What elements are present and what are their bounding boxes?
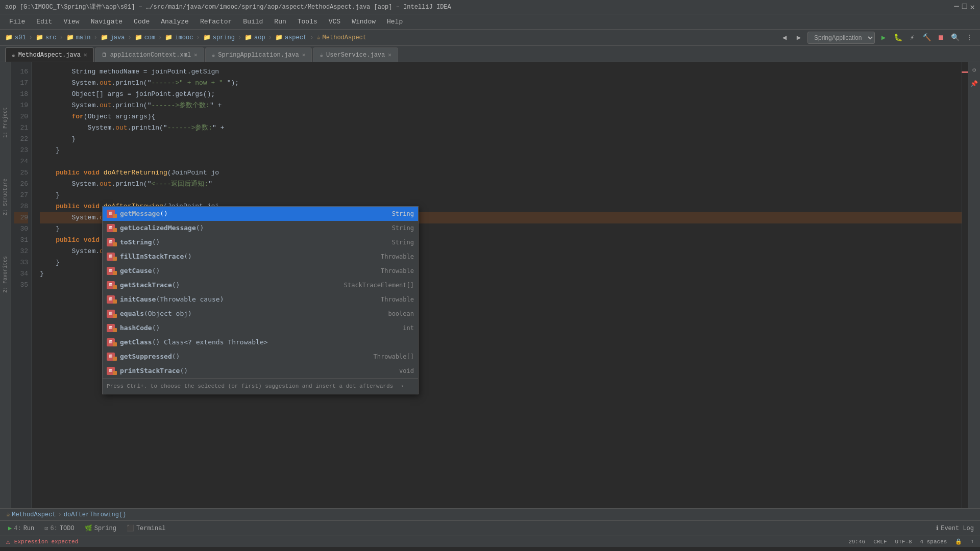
close-button[interactable]: ✕ [970,2,975,12]
minimize-button[interactable]: ─ [954,2,959,12]
debug-button[interactable]: 🐛 [892,32,903,43]
breadcrumb-aspect[interactable]: aspect [285,34,307,41]
footer-method-name[interactable]: doAfterThrowing() [64,511,126,518]
code-editor[interactable]: String methodName = joinPoint.getSign Sy… [32,62,962,508]
menu-build[interactable]: Build [238,16,268,28]
ac-name-7: initCause(Throwable cause) [120,294,378,305]
ac-item-getStackTrace[interactable]: m getStackTrace() StackTraceElement[] [103,278,418,292]
run-tool-btn[interactable]: ▶ 4: Run [4,523,38,534]
tab-spring-app[interactable]: ☕ SpringApplication.java ✕ [205,47,312,62]
expand-icon[interactable]: › [401,383,404,389]
coverage-button[interactable]: ⚡ [906,32,918,43]
menu-run[interactable]: Run [269,16,291,28]
status-bar: ⚠ Expression expected 29:46 CRLF UTF-8 4… [0,536,980,547]
ac-item-hashCode[interactable]: m hashCode() int [103,321,418,335]
spring-label: Spring [94,525,116,532]
forward-icon[interactable]: ▶ [793,32,804,43]
nav-toolbar: 📁 s01 › 📁 src › 📁 main › 📁 java › 📁 com … [0,30,980,46]
breadcrumb-com[interactable]: com [144,34,156,41]
tab-close-4[interactable]: ✕ [388,52,391,58]
scrollbar[interactable] [962,62,968,508]
spring-tool-btn[interactable]: 🌿 Spring [81,523,120,534]
build-button[interactable]: 🔨 [921,32,932,43]
run-button[interactable]: ▶ [878,32,889,43]
footer-class-name[interactable]: MethodAspect [12,511,56,518]
tab-close-3[interactable]: ✕ [302,52,306,58]
ac-return-7: Throwable [381,294,414,305]
menu-view[interactable]: View [58,16,84,28]
menu-edit[interactable]: Edit [31,16,57,28]
titlebar-controls: ─ □ ✕ [954,2,975,12]
ac-item-getSuppressed[interactable]: m getSuppressed() Throwable[] [103,349,418,364]
more-button[interactable]: ⋮ [964,32,975,43]
ac-item-getLocalizedMessage[interactable]: m getLocalizedMessage() String [103,221,418,235]
error-icon: ⚠ [6,538,10,546]
ac-return-3: String [392,237,414,248]
maximize-button[interactable]: □ [962,2,967,12]
breadcrumb-aop[interactable]: aop [254,34,265,41]
java-file-icon: ☕ [316,34,320,41]
ac-item-printStackTrace[interactable]: m printStackTrace() void [103,364,418,378]
back-icon[interactable]: ◀ [779,32,790,43]
breadcrumb-src[interactable]: src [45,34,57,41]
java-icon-tab3: ☕ [212,52,215,58]
breadcrumb-active[interactable]: MethodAspect [323,34,366,41]
indent[interactable]: 4 spaces [920,539,947,545]
code-line-23: } [40,145,962,156]
structure-panel-icon[interactable]: Z: Structure [2,174,9,219]
tab-close-1[interactable]: ✕ [84,52,87,58]
line-ending[interactable]: CRLF [873,539,887,545]
search-button[interactable]: 🔍 [949,32,961,43]
breadcrumb-main[interactable]: main [76,34,91,41]
breadcrumb-imooc[interactable]: imooc [175,34,193,41]
menu-tools[interactable]: Tools [292,16,323,28]
event-log-btn[interactable]: ℹ Event Log [934,523,976,533]
code-area[interactable]: 16 17 18 19 20 21 22 23 24 25 26 27 28 2… [11,62,968,508]
code-line-22: } [40,134,962,145]
menu-navigate[interactable]: Navigate [86,16,128,28]
terminal-tool-btn[interactable]: ⬛ Terminal [122,523,170,534]
ac-override-icon-12 [113,371,117,375]
line-numbers: 16 17 18 19 20 21 22 23 24 25 26 27 28 2… [11,62,32,508]
code-line-26: System.out.println("<----返回后通知:" [40,179,962,190]
encoding[interactable]: UTF-8 [895,539,912,545]
ac-name-9: hashCode() [120,322,400,334]
ac-override-icon-4 [113,257,117,261]
folder-icon-7: 📁 [203,34,211,41]
status-error-text: Expression expected [14,539,78,545]
ac-item-toString[interactable]: m toString() String [103,235,418,249]
tab-appcontext[interactable]: 🗒 applicationContext.xml ✕ [95,47,204,62]
terminal-label: Terminal [136,525,166,532]
tab-label-3: SpringApplication.java [218,52,299,59]
menu-analyze[interactable]: Analyze [156,16,194,28]
favorites-panel-icon[interactable]: 2: Favorites [2,252,9,297]
breadcrumb-s01[interactable]: s01 [15,34,26,41]
ac-item-initCause[interactable]: m initCause(Throwable cause) Throwable [103,292,418,307]
breadcrumb-spring[interactable]: spring [213,34,235,41]
menu-code[interactable]: Code [129,16,155,28]
autocomplete-popup[interactable]: m getMessage() String m getLocalizedMess… [102,206,419,394]
right-panel-icon-1[interactable]: ⚙ [972,66,976,74]
menu-refactor[interactable]: Refactor [195,16,237,28]
tab-close-2[interactable]: ✕ [194,52,198,58]
menu-vcs[interactable]: VCS [324,16,346,28]
stop-button[interactable]: ⏹ [935,32,946,43]
breadcrumb-java[interactable]: java [110,34,125,41]
run-config-dropdown[interactable]: SpringApplication [807,32,875,44]
run-num: 4: [14,525,21,532]
right-panel-icon-2[interactable]: 📌 [970,80,978,88]
tab-user-service[interactable]: ☕ UserService.java ✕ [313,47,398,62]
project-panel-icon[interactable]: 1: Project [2,103,9,142]
ac-item-getClass[interactable]: m getClass() Class<? extends Throwable> [103,335,418,349]
cursor-position[interactable]: 29:46 [848,539,865,545]
todo-tool-btn[interactable]: ☑ 6: TODO [40,523,78,534]
menu-file[interactable]: File [4,16,30,28]
menu-window[interactable]: Window [347,16,381,28]
tab-method-aspect[interactable]: ☕ MethodAspect.java ✕ [5,47,94,62]
menu-help[interactable]: Help [382,16,408,28]
ac-item-equals[interactable]: m equals(Object obj) boolean [103,307,418,321]
ac-item-getMessage[interactable]: m getMessage() String [103,207,418,221]
right-panel: ⚙ 📌 [968,62,980,508]
ac-item-fillInStackTrace[interactable]: m fillInStackTrace() Throwable [103,249,418,264]
ac-item-getCause[interactable]: m getCause() Throwable [103,264,418,278]
